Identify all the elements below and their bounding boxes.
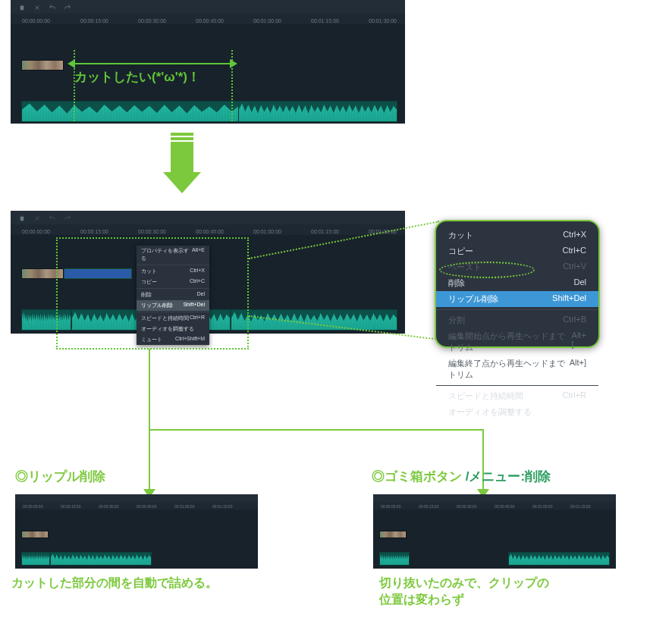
ruler-mark: 00:00:30:00 — [138, 229, 166, 234]
cut-range-arrow-icon — [74, 63, 231, 64]
undo-icon[interactable] — [49, 3, 56, 11]
ruler-mark: 00:00:00:00 — [22, 18, 50, 24]
audio-clip[interactable]: Ryan Jones - Javanka — [231, 309, 397, 331]
ruler-mark: 00:01:00:00 — [174, 504, 194, 509]
menu-item-speed[interactable]: スピードと持続時間 Ctrl+R — [436, 388, 598, 404]
menu-item-delete[interactable]: 削除 Del — [436, 275, 598, 291]
menu-shortcut: Shift+Del — [552, 293, 586, 305]
flow-connector-line — [149, 349, 150, 429]
waveform-icon — [231, 310, 397, 330]
menu-shortcut: Ctrl+R — [563, 390, 586, 402]
title-sub-text: /メニュー:削除 — [466, 469, 551, 484]
ruler-mark: 00:01:15:00 — [311, 18, 339, 24]
menu-item-audio-adjust[interactable]: オーディオを調整する — [436, 404, 598, 420]
menu-shortcut: Ctrl+V — [563, 262, 586, 273]
ruler-mark: 00:00:45:00 — [196, 18, 224, 24]
ruler-mark: 00:00:00:00 — [381, 504, 400, 509]
bullet-icon: ◎ — [15, 469, 28, 484]
scissors-icon[interactable] — [33, 3, 41, 11]
redo-icon[interactable] — [64, 3, 71, 11]
ruler-mark: 00:01:00:00 — [532, 504, 552, 509]
ruler-mark: 00:00:15:00 — [80, 229, 108, 234]
ruler-mark: 00:00:15:00 — [419, 504, 438, 509]
flow-connector-line — [149, 429, 484, 431]
timeline-tracks[interactable]: Ryan Jones - Javanka カットしたい(*'ω'*)！ Ryan… — [11, 24, 405, 123]
menu-item-trim-start: 編集開始点から再生ヘッドまでトリム Alt+[ — [436, 328, 598, 356]
result-desc-delete: 切り抜いたのみで、クリップの 位置は変わらず — [379, 575, 549, 609]
undo-icon[interactable] — [49, 214, 56, 221]
video-clip[interactable] — [21, 531, 49, 538]
ruler-mark: 00:01:15:00 — [570, 504, 590, 509]
redo-icon[interactable] — [64, 214, 71, 221]
menu-shortcut: Alt+] — [570, 358, 586, 381]
timeline-toolbar[interactable] — [11, 0, 405, 14]
ruler-mark: 00:00:45:00 — [196, 229, 224, 234]
trash-icon[interactable] — [18, 3, 26, 11]
menu-shortcut: Ctrl+B — [563, 315, 586, 326]
ruler-mark: 00:00:15:00 — [61, 504, 80, 509]
menu-shortcut: Del — [573, 277, 586, 289]
waveform-icon — [22, 553, 49, 565]
menu-item-trim-end: 編集終了点から再生ヘッドまでトリム Alt+] — [436, 356, 598, 383]
annotation-selection-box — [56, 237, 249, 349]
menu-label: オーディオを調整する — [448, 406, 532, 418]
result-title-ripple-delete: ◎リップル削除 — [15, 468, 105, 485]
time-ruler[interactable]: 00:00:00:00 00:00:15:00 00:00:30:00 00:0… — [11, 224, 405, 235]
bullet-icon: ◎ — [372, 469, 385, 484]
menu-separator — [436, 385, 598, 386]
flow-arrow-down-icon — [163, 133, 201, 193]
context-menu[interactable]: カット Ctrl+X コピー Ctrl+C ペースト Ctrl+V 削除 Del… — [436, 227, 598, 420]
ruler-mark: 00:01:00:00 — [253, 18, 281, 24]
audio-clip[interactable] — [379, 552, 410, 566]
menu-label: 削除 — [448, 277, 465, 289]
ruler-mark: 00:00:30:00 — [99, 504, 118, 509]
menu-shortcut: Ctrl+C — [563, 246, 586, 257]
audio-clip[interactable] — [508, 552, 610, 566]
audio-clip[interactable] — [21, 552, 50, 566]
menu-label: リップル削除 — [448, 293, 498, 305]
ruler-mark: 00:00:30:00 — [138, 18, 166, 24]
title-text: ゴミ箱ボタン — [385, 469, 462, 484]
menu-item-cut[interactable]: カット Ctrl+X — [436, 227, 598, 243]
desc-line: 位置は変わらず — [379, 593, 464, 606]
scissors-icon[interactable] — [33, 214, 41, 221]
timeline-toolbar[interactable] — [373, 494, 616, 502]
timeline-editor-result-ripple: 00:00:00:00 00:00:15:00 00:00:30:00 00:0… — [15, 494, 258, 566]
menu-label: ペースト — [448, 262, 482, 273]
time-ruler[interactable]: 00:00:00:00 00:00:15:00 00:00:30:00 00:0… — [373, 502, 616, 509]
context-menu-enlarged: カット Ctrl+X コピー Ctrl+C ペースト Ctrl+V 削除 Del… — [435, 220, 600, 348]
menu-label: カット — [448, 230, 473, 241]
menu-item-split: 分割 Ctrl+B — [436, 312, 598, 328]
video-clip[interactable] — [379, 531, 407, 538]
waveform-icon — [51, 553, 151, 565]
menu-label: スピードと持続時間 — [448, 390, 523, 402]
flow-connector-line — [149, 429, 150, 490]
trash-icon[interactable] — [18, 214, 26, 221]
menu-item-copy[interactable]: コピー Ctrl+C — [436, 243, 598, 259]
ruler-mark: 00:00:30:00 — [457, 504, 476, 509]
time-ruler[interactable]: 00:00:00:00 00:00:15:00 00:00:30:00 00:0… — [11, 14, 405, 24]
menu-shortcut: Ctrl+X — [563, 230, 586, 241]
ruler-mark: 00:01:30:00 — [369, 18, 397, 24]
audio-clip[interactable] — [50, 552, 152, 566]
ruler-mark: 00:00:15:00 — [80, 18, 108, 24]
ruler-mark: 00:00:00:00 — [22, 229, 50, 234]
result-title-trash-delete: ◎ゴミ箱ボタン /メニュー:削除 — [372, 468, 551, 485]
menu-shortcut: Alt+[ — [572, 331, 586, 353]
ruler-mark: 00:01:15:00 — [212, 504, 232, 509]
waveform-icon — [239, 102, 397, 121]
annotation-cut-text: カットしたい(*'ω'*)！ — [74, 68, 200, 86]
desc-line: 切り抜いたのみで、クリップの — [379, 576, 549, 589]
timeline-tracks[interactable] — [373, 509, 616, 569]
menu-label: 分割 — [448, 315, 465, 326]
audio-clip-segment[interactable]: Ryan Jones - Javanka — [238, 101, 397, 122]
menu-item-ripple-delete[interactable]: リップル削除 Shift+Del — [436, 291, 598, 307]
timeline-toolbar[interactable] — [15, 494, 258, 502]
menu-item-paste: ペースト Ctrl+V — [436, 259, 598, 275]
time-ruler[interactable]: 00:00:00:00 00:00:15:00 00:00:30:00 00:0… — [15, 502, 258, 509]
ruler-mark: 00:00:45:00 — [137, 504, 156, 509]
timeline-toolbar[interactable] — [11, 211, 405, 224]
timeline-tracks[interactable] — [15, 509, 258, 569]
video-clip[interactable] — [21, 60, 64, 71]
menu-label: 編集開始点から再生ヘッドまでトリム — [448, 331, 572, 353]
